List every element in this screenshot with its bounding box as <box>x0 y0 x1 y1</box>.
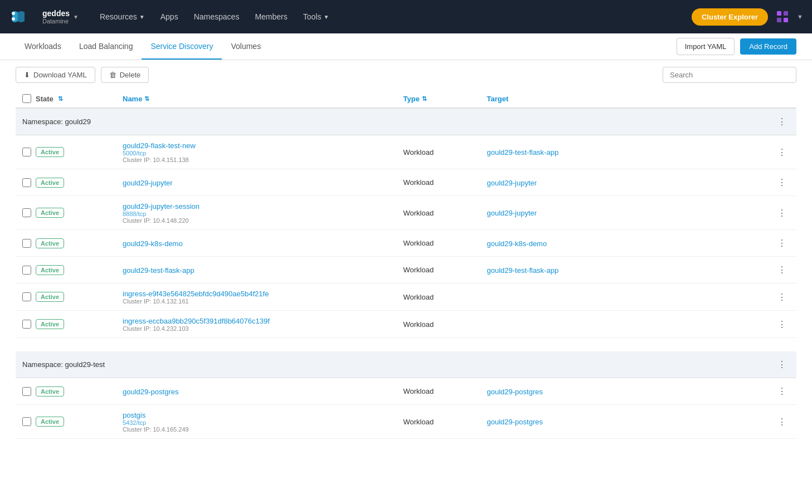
namespace-actions-button[interactable]: ⋮ <box>774 357 790 372</box>
row-actions-button[interactable]: ⋮ <box>774 145 790 160</box>
top-navigation: geddes Datamine ▼ Resources ▼ Apps Names… <box>0 0 812 33</box>
row-checkbox[interactable] <box>22 417 31 426</box>
row-actions: ⋮ <box>767 262 790 277</box>
select-all-checkbox[interactable] <box>22 94 31 103</box>
row-checkbox[interactable] <box>22 292 31 301</box>
col-header-type[interactable]: Type ⇅ <box>403 95 487 103</box>
status-badge: Active <box>36 386 64 397</box>
account-dropdown[interactable]: geddes Datamine ▼ <box>37 6 84 28</box>
row-actions-button[interactable]: ⋮ <box>774 205 790 221</box>
row-actions-button[interactable]: ⋮ <box>774 414 790 429</box>
toolbar: ⬇ Download YAML 🗑 Delete <box>0 60 812 90</box>
row-actions-button[interactable]: ⋮ <box>774 317 790 332</box>
row-checkbox[interactable] <box>22 239 31 248</box>
row-state: Active <box>22 238 123 248</box>
row-type: Workload <box>403 239 487 247</box>
row-actions-button[interactable]: ⋮ <box>774 290 790 305</box>
row-actions: ⋮ <box>767 175 790 190</box>
import-yaml-button[interactable]: Import YAML <box>677 38 735 55</box>
row-target: gould29-test-flask-app <box>487 148 768 156</box>
target-link[interactable]: gould29-postgres <box>487 418 543 426</box>
delete-button[interactable]: 🗑 Delete <box>101 67 149 83</box>
service-name-link[interactable]: gould29-k8s-demo <box>123 239 183 248</box>
namespace-spacer <box>16 338 796 347</box>
row-checkbox[interactable] <box>22 266 31 275</box>
row-name: ingress-eccbaa9bb290c5f391df8b64076c139f… <box>123 316 403 332</box>
tab-load-balancing[interactable]: Load Balancing <box>70 34 142 60</box>
sort-icon-type[interactable]: ⇅ <box>422 95 427 102</box>
menu-item-tools[interactable]: Tools ▼ <box>296 9 336 25</box>
table-row: Active gould29-postgres Workload gould29… <box>16 378 796 405</box>
row-checkbox[interactable] <box>22 320 31 329</box>
add-record-button[interactable]: Add Record <box>740 38 796 55</box>
row-state: Active <box>22 178 123 188</box>
grid-icon[interactable] <box>774 8 791 26</box>
table-row: Active postgis 5432/tcp Cluster IP: 10.4… <box>16 405 796 439</box>
logo[interactable] <box>9 7 32 27</box>
row-checkbox[interactable] <box>22 148 31 156</box>
chevron-down-icon[interactable]: ▼ <box>797 13 803 20</box>
sort-icon-state[interactable]: ⇅ <box>58 95 63 102</box>
col-header-state[interactable]: State ⇅ <box>22 94 123 103</box>
target-link[interactable]: gould29-k8s-demo <box>487 239 547 248</box>
target-link[interactable]: gould29-postgres <box>487 388 543 396</box>
service-name-link[interactable]: ingress-eccbaa9bb290c5f391df8b64076c139f <box>123 317 270 325</box>
chevron-down-icon: ▼ <box>139 14 145 20</box>
search-container <box>663 67 796 83</box>
sort-icon-name[interactable]: ⇅ <box>144 95 149 102</box>
row-name: gould29-k8s-demo <box>123 239 403 248</box>
svg-point-2 <box>12 17 15 21</box>
row-actions-button[interactable]: ⋮ <box>774 384 790 399</box>
col-header-name[interactable]: Name ⇅ <box>123 95 403 103</box>
row-checkbox[interactable] <box>22 178 31 187</box>
service-name-link[interactable]: gould29-test-flask-app <box>123 266 195 275</box>
row-state: Active <box>22 265 123 275</box>
svg-rect-3 <box>777 11 781 16</box>
main-menu: Resources ▼ Apps Namespaces Members Tool… <box>93 9 692 25</box>
namespace-actions: ⋮ <box>767 114 790 129</box>
row-checkbox[interactable] <box>22 208 31 217</box>
row-actions-button[interactable]: ⋮ <box>774 175 790 190</box>
download-yaml-button[interactable]: ⬇ Download YAML <box>16 67 95 83</box>
tab-workloads[interactable]: Workloads <box>16 34 70 60</box>
status-badge: Active <box>36 147 64 157</box>
table-row: Active gould29-test-flask-app Workload g… <box>16 257 796 283</box>
row-name: postgis 5432/tcp Cluster IP: 10.4.165.24… <box>123 410 403 433</box>
status-badge: Active <box>36 265 64 275</box>
target-link[interactable]: gould29-test-flask-app <box>487 148 559 156</box>
row-checkbox[interactable] <box>22 387 31 396</box>
row-actions-button[interactable]: ⋮ <box>774 262 790 277</box>
menu-item-resources[interactable]: Resources ▼ <box>93 9 152 25</box>
service-name-link[interactable]: ingress-e9f43e564825ebfdc9d490ae5b4f21fe <box>123 290 269 298</box>
service-name-link[interactable]: gould29-flask-test-new <box>123 141 196 150</box>
service-name-link[interactable]: gould29-jupyter <box>123 179 173 187</box>
target-link[interactable]: gould29-test-flask-app <box>487 266 559 275</box>
row-type: Workload <box>403 178 487 187</box>
table-container: State ⇅ Name ⇅ Type ⇅ Target Namespace: … <box>0 90 812 463</box>
menu-item-namespaces[interactable]: Namespaces <box>187 9 246 25</box>
svg-rect-4 <box>784 11 788 16</box>
secondary-navigation: Workloads Load Balancing Service Discove… <box>0 33 812 60</box>
menu-item-apps[interactable]: Apps <box>154 9 185 25</box>
row-actions-button[interactable]: ⋮ <box>774 236 790 251</box>
target-link[interactable]: gould29-jupyter <box>487 179 537 187</box>
tab-volumes[interactable]: Volumes <box>222 34 270 60</box>
table-row: Active ingress-e9f43e564825ebfdc9d490ae5… <box>16 283 796 311</box>
service-name-link[interactable]: gould29-jupyter-session <box>123 202 200 211</box>
target-link[interactable]: gould29-jupyter <box>487 209 537 217</box>
namespace-header: Namespace: gould29-test ⋮ <box>16 351 796 378</box>
service-name-link[interactable]: gould29-postgres <box>123 388 178 396</box>
row-target: gould29-postgres <box>487 387 768 396</box>
name-cluster-ip: Cluster IP: 10.4.148.220 <box>123 217 403 224</box>
row-target: gould29-jupyter <box>487 178 768 187</box>
row-state: Active <box>22 386 123 397</box>
row-actions: ⋮ <box>767 317 790 332</box>
service-name-link[interactable]: postgis <box>123 411 145 419</box>
namespace-label: Namespace: gould29-test <box>22 360 767 369</box>
namespace-actions-button[interactable]: ⋮ <box>774 114 790 129</box>
menu-item-members[interactable]: Members <box>248 9 294 25</box>
cluster-explorer-button[interactable]: Cluster Explorer <box>692 8 768 26</box>
search-input[interactable] <box>663 67 796 83</box>
tab-service-discovery[interactable]: Service Discovery <box>142 34 222 60</box>
name-cluster-ip: Cluster IP: 10.4.165.249 <box>123 426 403 433</box>
